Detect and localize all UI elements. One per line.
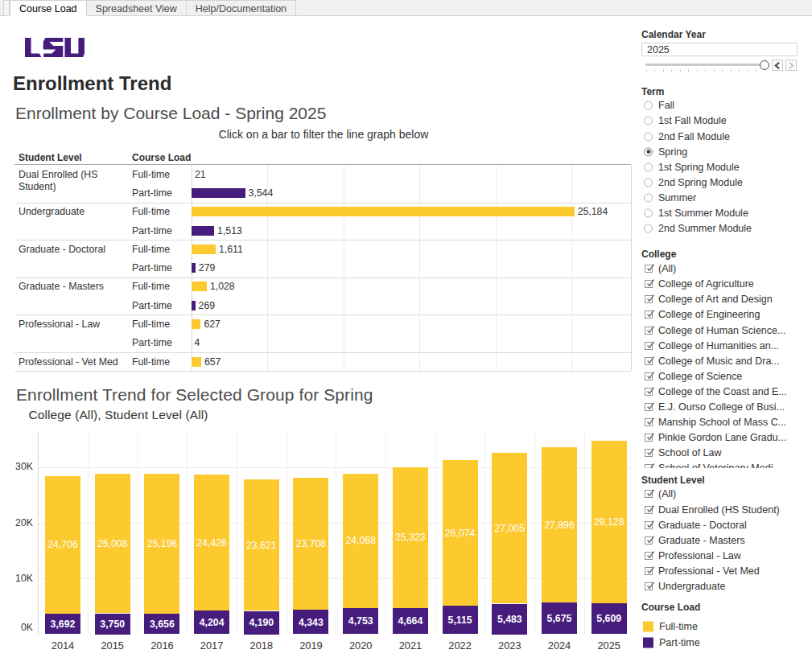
checkbox-checked[interactable] bbox=[645, 357, 653, 365]
radio-unselected[interactable] bbox=[644, 101, 653, 110]
row-separator bbox=[14, 203, 631, 204]
term-option-1st-summer-module[interactable]: 1st Summer Module bbox=[641, 206, 802, 221]
student-level-option-dual-enrolled-hs-student-[interactable]: Dual Enrolled (HS Student) bbox=[641, 502, 802, 517]
calendar-year-slider-track[interactable] bbox=[645, 64, 769, 66]
checkbox-checked[interactable] bbox=[645, 536, 653, 545]
college-option-pinkie-gordon-lane-gradu-[interactable]: Pinkie Gordon Lane Gradu... bbox=[641, 430, 802, 446]
checkbox-checked[interactable] bbox=[645, 521, 653, 529]
radio-selected[interactable] bbox=[644, 147, 653, 156]
student-level-label: Graduate - Doctoral bbox=[19, 244, 125, 257]
term-option-2nd-fall-module[interactable]: 2nd Fall Module bbox=[641, 129, 802, 144]
part-time-value-label: 3,692 bbox=[51, 619, 76, 630]
bar-full-time[interactable] bbox=[192, 207, 575, 216]
checkbox-checked[interactable] bbox=[645, 265, 653, 273]
checkbox-checked[interactable] bbox=[645, 506, 653, 514]
bar-part-time[interactable] bbox=[192, 188, 245, 198]
slider-tick bbox=[739, 69, 740, 72]
student-level-option-graduate-doctoral[interactable]: Graduate - Doctoral bbox=[641, 517, 802, 532]
college-option-school-of-law-label: School of Law bbox=[658, 447, 722, 458]
checkbox-checked[interactable] bbox=[645, 434, 653, 442]
college-option-manship-school-of-mass-c--label: Manship School of Mass C... bbox=[658, 417, 786, 428]
college-option-e-j-ourso-college-of-busi--label: E.J. Ourso College of Busi... bbox=[658, 401, 785, 413]
column-header-course-load: Course Load bbox=[132, 152, 191, 163]
college-option-college-of-the-coast-and-e--label: College of the Coast and E... bbox=[658, 386, 787, 397]
student-level-option-professional-law[interactable]: Professional - Law bbox=[641, 548, 802, 563]
checkbox-checked[interactable] bbox=[645, 342, 653, 350]
x-axis-year-label: 2024 bbox=[548, 639, 571, 652]
checkbox-checked[interactable] bbox=[645, 280, 653, 288]
college-option-college-of-music-and-dra-[interactable]: College of Music and Dra... bbox=[641, 353, 802, 368]
term-option-summer[interactable]: Summer bbox=[641, 190, 802, 205]
bar-value-label: 1,611 bbox=[219, 244, 243, 255]
term-option-2nd-summer-module[interactable]: 2nd Summer Module bbox=[641, 221, 802, 236]
checkbox-checked[interactable] bbox=[645, 464, 653, 468]
term-option-label: 2nd Summer Module bbox=[658, 223, 752, 234]
bar-part-time[interactable] bbox=[192, 226, 215, 236]
college-option-college-of-art-and-design[interactable]: College of Art and Design bbox=[641, 292, 802, 307]
radio-unselected[interactable] bbox=[644, 117, 653, 125]
calendar-year-slider-handle[interactable] bbox=[760, 60, 769, 70]
college-option-college-of-engineering-label: College of Engineering bbox=[658, 309, 760, 320]
course-load-label: Full-time bbox=[132, 244, 170, 255]
radio-unselected[interactable] bbox=[644, 178, 653, 187]
page-title: Enrollment Trend bbox=[13, 72, 171, 95]
tab-spreadsheet-view[interactable]: Spreadsheet View bbox=[87, 0, 187, 15]
x-axis-year-label: 2025 bbox=[597, 639, 620, 652]
full-time-value-label: 23,621 bbox=[246, 540, 277, 551]
college-option-e-j-ourso-college-of-busi-[interactable]: E.J. Ourso College of Busi... bbox=[641, 399, 802, 414]
college-option--all-[interactable]: (All) bbox=[641, 261, 802, 277]
full-time-value-label: 25,323 bbox=[395, 532, 426, 543]
term-option-1st-fall-module[interactable]: 1st Fall Module bbox=[641, 113, 802, 129]
tab-strip-stub bbox=[3, 0, 10, 15]
calendar-year-next-button[interactable] bbox=[785, 60, 797, 71]
radio-unselected[interactable] bbox=[644, 224, 653, 233]
college-option-college-of-engineering[interactable]: College of Engineering bbox=[641, 307, 802, 323]
checkbox-checked[interactable] bbox=[645, 552, 653, 560]
college-option-college-of-the-coast-and-e-[interactable]: College of the Coast and E... bbox=[641, 384, 802, 399]
checkbox-checked[interactable] bbox=[645, 388, 653, 396]
full-time-value-label: 25,196 bbox=[147, 538, 178, 549]
calendar-year-prev-button[interactable] bbox=[772, 60, 783, 71]
college-filter-list: (All)College of AgricultureCollege of Ar… bbox=[0, 261, 812, 468]
checkbox-checked[interactable] bbox=[645, 372, 653, 380]
term-option-fall[interactable]: Fall bbox=[641, 98, 802, 113]
checkbox-checked[interactable] bbox=[645, 582, 653, 590]
x-axis-year-label: 2023 bbox=[498, 639, 521, 652]
slider-tick bbox=[680, 69, 681, 72]
term-option-label: Spring bbox=[658, 146, 687, 158]
legend-swatch-full-time bbox=[643, 621, 653, 631]
term-option-1st-spring-module[interactable]: 1st Spring Module bbox=[641, 159, 802, 175]
checkbox-checked[interactable] bbox=[645, 310, 653, 319]
bar-full-time[interactable] bbox=[192, 245, 216, 254]
student-level-option-graduate-masters[interactable]: Graduate - Masters bbox=[641, 532, 802, 548]
college-option-school-of-veterinary-medi-[interactable]: School of Veterinary Medi... bbox=[641, 461, 802, 468]
term-option-2nd-spring-module[interactable]: 2nd Spring Module bbox=[641, 175, 802, 190]
college-option-college-of-science[interactable]: College of Science bbox=[641, 368, 802, 384]
college-filter-title: College bbox=[641, 249, 676, 260]
radio-unselected[interactable] bbox=[644, 162, 653, 171]
college-option-college-of-humanities-an-[interactable]: College of Humanities an... bbox=[641, 338, 802, 353]
tab-help-documentation[interactable]: Help/Documentation bbox=[187, 0, 296, 15]
checkbox-checked[interactable] bbox=[645, 327, 653, 335]
college-option-manship-school-of-mass-c-[interactable]: Manship School of Mass C... bbox=[641, 415, 802, 430]
college-option-college-of-human-science-[interactable]: College of Human Science... bbox=[641, 323, 802, 338]
tab-bar: Course LoadSpreadsheet ViewHelp/Document… bbox=[0, 0, 812, 16]
checkbox-checked[interactable] bbox=[645, 295, 653, 303]
radio-unselected[interactable] bbox=[644, 132, 653, 141]
checkbox-checked[interactable] bbox=[645, 490, 653, 498]
checkbox-checked[interactable] bbox=[645, 567, 653, 575]
checkbox-checked[interactable] bbox=[645, 449, 653, 457]
term-option-spring[interactable]: Spring bbox=[641, 144, 802, 159]
radio-unselected[interactable] bbox=[644, 209, 653, 218]
student-level-option-professional-vet-med[interactable]: Professional - Vet Med bbox=[641, 563, 802, 578]
course-load-chart-caption: Click on a bar to filter the line graph … bbox=[219, 128, 429, 141]
checkbox-checked[interactable] bbox=[645, 403, 653, 411]
tab-course-load[interactable]: Course Load bbox=[10, 0, 87, 16]
college-option-college-of-agriculture[interactable]: College of Agriculture bbox=[641, 277, 802, 292]
radio-unselected[interactable] bbox=[644, 193, 653, 202]
student-level-option--all-[interactable]: (All) bbox=[641, 487, 802, 502]
college-option-school-of-law[interactable]: School of Law bbox=[641, 446, 802, 461]
calendar-year-input[interactable]: 2025 bbox=[641, 43, 798, 56]
checkbox-checked[interactable] bbox=[645, 418, 653, 426]
student-level-option-undergraduate[interactable]: Undergraduate bbox=[641, 579, 802, 594]
